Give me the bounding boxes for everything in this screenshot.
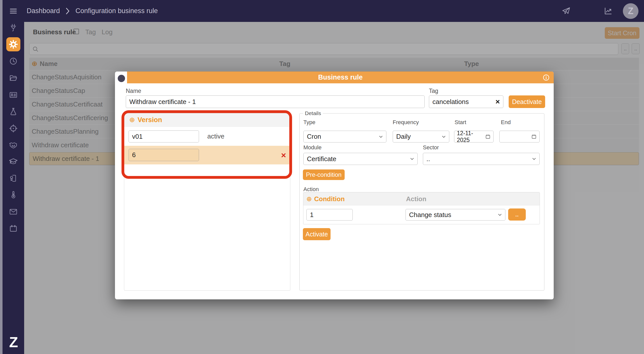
type-label: Type [303, 119, 315, 126]
frequency-select-value: Daily [396, 133, 411, 140]
sidebar-item-mail[interactable] [8, 206, 19, 217]
condition-input[interactable] [306, 209, 353, 221]
action-box: ⊕ Condition Action Change status .. [303, 192, 540, 224]
type-select-value: Cron [307, 133, 321, 140]
send-icon[interactable] [561, 7, 571, 16]
chevron-down-icon [441, 134, 446, 139]
condition-header-label: Condition [314, 195, 345, 203]
sidebar-item-partners[interactable] [8, 139, 19, 151]
name-label: Name [126, 88, 141, 94]
sector-select-value: .. [426, 155, 430, 163]
hamburger-menu-icon[interactable] [9, 7, 18, 15]
sidebar-item-lab[interactable] [8, 106, 19, 117]
breadcrumb-current-page: Configuration business rule [75, 7, 158, 15]
sidebar-item-education[interactable] [8, 156, 19, 167]
window-edge-strip [0, 0, 3, 354]
frequency-label: Frequency [393, 119, 419, 126]
details-legend: Details [303, 110, 323, 116]
mail-icon [9, 207, 18, 216]
app-logo: Z [9, 334, 17, 350]
add-condition-plus-icon[interactable]: ⊕ [306, 195, 312, 203]
flask-icon [9, 107, 18, 116]
deactivate-button[interactable]: Deactivate [509, 95, 545, 108]
action-box-header: ⊕ Condition Action [303, 192, 540, 205]
module-select-value: Certificate [307, 155, 336, 163]
start-label: Start [455, 119, 466, 126]
add-version-plus-icon[interactable]: ⊕ [129, 116, 135, 124]
certificate-icon [9, 174, 18, 183]
action-header-label: Action [406, 192, 426, 205]
delete-version-x-icon[interactable]: × [281, 146, 286, 164]
action-select-value: Change status [409, 211, 451, 219]
sidebar-item-certificates[interactable] [8, 173, 19, 184]
action-select[interactable]: Change status [406, 209, 505, 221]
analytics-chart-icon[interactable] [604, 7, 613, 16]
version-input[interactable] [129, 149, 199, 161]
sidebar-item-history[interactable] [8, 56, 19, 67]
id-card-icon [9, 91, 18, 99]
sidebar-item-targets[interactable] [8, 123, 19, 134]
chevron-down-icon [410, 156, 415, 161]
gear-icon [9, 40, 18, 49]
business-rule-modal: Business rule Name Tag × Deactivate ⊕ Ve… [115, 72, 554, 299]
version-panel-title: Version [138, 116, 162, 124]
modal-title: Business rule [318, 74, 363, 81]
name-input[interactable] [126, 95, 425, 108]
folder-open-icon [9, 74, 18, 82]
version-panel-header: ⊕ Version [124, 113, 290, 127]
sector-label: Sector [423, 144, 439, 151]
sidebar-item-calendar[interactable] [8, 223, 19, 234]
calendar-icon [9, 224, 18, 233]
calendar-icon [531, 134, 537, 139]
precondition-button[interactable]: Pre-condition [303, 169, 345, 180]
type-select[interactable]: Cron [303, 131, 386, 143]
start-date-input[interactable]: 12-11-2025 [454, 131, 494, 143]
info-icon[interactable] [543, 74, 550, 81]
sidebar-item-contacts[interactable] [8, 89, 19, 100]
plug-icon [9, 23, 18, 32]
frequency-select[interactable]: Daily [393, 131, 449, 143]
chevron-down-icon [532, 156, 537, 161]
version-row-highlighted: × [124, 146, 290, 164]
thermometer-icon [9, 191, 18, 199]
graduation-cap-icon [9, 157, 18, 166]
tag-field: × [429, 95, 503, 108]
sidebar-item-temperature[interactable] [8, 189, 19, 200]
clock-icon [9, 57, 18, 65]
modal-header: Business rule [127, 72, 554, 83]
tag-clear-x-icon[interactable]: × [495, 95, 500, 108]
sidebar-item-files[interactable] [8, 73, 19, 84]
sidebar: Z [3, 22, 24, 354]
action-label: Action [303, 186, 319, 193]
tag-input[interactable] [429, 95, 503, 108]
target-icon [9, 124, 18, 133]
version-row: active [124, 127, 290, 146]
activate-button[interactable]: Activate [303, 228, 331, 240]
sector-select[interactable]: .. [423, 153, 540, 165]
action-more-button[interactable]: .. [508, 208, 526, 221]
handshake-icon [9, 140, 18, 150]
breadcrumb-chevron-icon [65, 7, 70, 15]
avatar-letter: Z [628, 6, 633, 16]
end-date-input[interactable] [499, 131, 540, 143]
calendar-icon [485, 134, 491, 139]
details-fieldset: Details Type Cron Frequency Daily Start … [299, 113, 544, 291]
condition-header: ⊕ Condition [306, 192, 345, 205]
chevron-down-icon [497, 212, 502, 217]
breadcrumb-dashboard[interactable]: Dashboard [27, 7, 60, 15]
sidebar-item-plug[interactable] [8, 22, 19, 33]
module-label: Module [303, 144, 321, 151]
tag-label: Tag [429, 88, 438, 94]
version-panel: ⊕ Version active × [124, 113, 290, 291]
module-select[interactable]: Certificate [303, 153, 418, 165]
chevron-down-icon [378, 134, 383, 139]
top-bar: Dashboard Configuration business rule Z [3, 0, 644, 22]
version-status: active [207, 127, 224, 146]
version-input[interactable] [129, 130, 199, 143]
avatar[interactable]: Z [623, 3, 638, 19]
modal-close-dot[interactable] [118, 75, 125, 82]
sidebar-item-settings[interactable] [6, 37, 20, 51]
end-label: End [501, 119, 511, 126]
start-date-value: 12-11-2025 [457, 130, 484, 144]
